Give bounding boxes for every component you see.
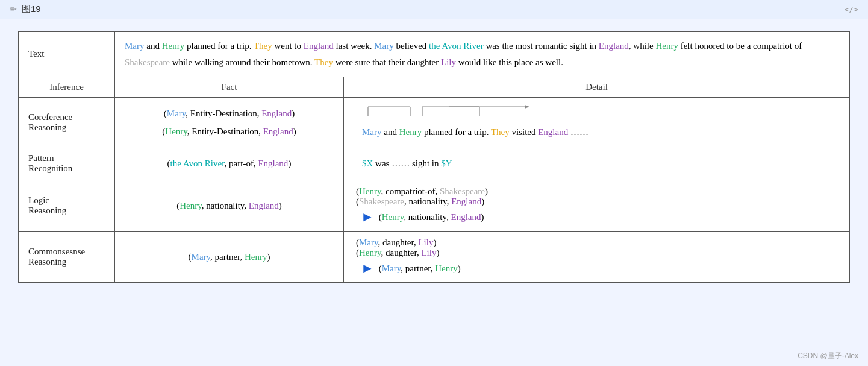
main-table: Text Mary and Henry planned for a trip. … [18,31,850,283]
commonsense-fact: (Mary, partner, Henry) [115,232,344,283]
pattern-label: PatternRecognition [19,147,115,180]
logic-premise2: (Shakespeare, nationality, England) [356,197,840,207]
coreference-row: CoreferenceReasoning (Mary, Entity-Desti… [19,98,850,147]
text-mary2: Mary [374,41,394,51]
logic-arrow: ► [361,209,374,225]
logic-conclusion: (Henry, nationality, England) [379,212,484,222]
logic-label: LogicReasoning [19,180,115,232]
text-henry2: Henry [655,41,678,51]
top-bar: ✏ 图19 </> [0,0,868,19]
text-they1: They [254,41,272,51]
pattern-y: $Y [441,159,452,168]
code-tag: </> [845,5,858,14]
text-content: Mary and Henry planned for a trip. They … [115,32,850,77]
coreference-fact: (Mary, Entity-Destination, England) (Hen… [115,98,344,147]
coref-arrow-svg [362,104,579,122]
pattern-row: PatternRecognition (the Avon River, part… [19,147,850,180]
coref-fact-line1: (Mary, Entity-Destination, England) [125,104,334,122]
coref-fact-line2: (Henry, Entity-Destination, England) [125,122,334,140]
inference-header: Inference [19,77,115,98]
pattern-x: $X [362,159,373,168]
text-mary1: Mary [125,41,145,51]
commonsense-conclusion: (Mary, partner, Henry) [379,263,461,274]
logic-conclusion-line: ► (Henry, nationality, England) [356,209,840,225]
commonsense-arrow: ► [361,260,374,276]
watermark: CSDN @量子-Alex [798,351,858,361]
inference-header-row: Inference Fact Detail [19,77,850,98]
commonsense-row: CommonsesnseReasoning (Mary, partner, He… [19,232,850,283]
text-they2: They [314,57,333,67]
commonsense-premise1: (Mary, daughter, Lily) [356,238,840,248]
commonsense-label: CommonsesnseReasoning [19,232,115,283]
logic-premise1: (Henry, compatriot-of, Shakespeare) [356,186,840,197]
fact-header: Fact [115,77,344,98]
pattern-fact: (the Avon River, part-of, England) [115,147,344,180]
logic-row: LogicReasoning (Henry, nationality, Engl… [19,180,850,232]
text-row: Text Mary and Henry planned for a trip. … [19,32,850,77]
text-shakespeare: Shakespeare [125,57,170,67]
svg-marker-7 [525,105,529,109]
text-avon: the Avon River [429,41,484,51]
pattern-detail: $X was …… sight in $Y [344,147,850,180]
coreference-label: CoreferenceReasoning [19,98,115,147]
text-england2: England [599,41,629,51]
logic-fact: (Henry, nationality, England) [115,180,344,232]
coreference-detail: Mary and Henry planned for a trip. They … [344,98,850,147]
logic-detail: (Henry, compatriot-of, Shakespeare) (Sha… [344,180,850,232]
page-title: 图19 [22,4,41,15]
commonsense-detail: (Mary, daughter, Lily) (Henry, daughter,… [344,232,850,283]
detail-header: Detail [344,77,850,98]
commonsense-premise2: (Henry, daughter, Lily) [356,248,840,258]
text-england1: England [304,41,334,51]
commonsense-conclusion-line: ► (Mary, partner, Henry) [356,260,840,276]
main-content: Text Mary and Henry planned for a trip. … [0,19,868,295]
pencil-icon: ✏ [10,4,17,14]
text-henry1: Henry [162,41,185,51]
text-label: Text [19,32,115,77]
text-lily: Lily [441,57,456,67]
coref-detail-text: Mary and Henry planned for a trip. They … [362,124,589,140]
